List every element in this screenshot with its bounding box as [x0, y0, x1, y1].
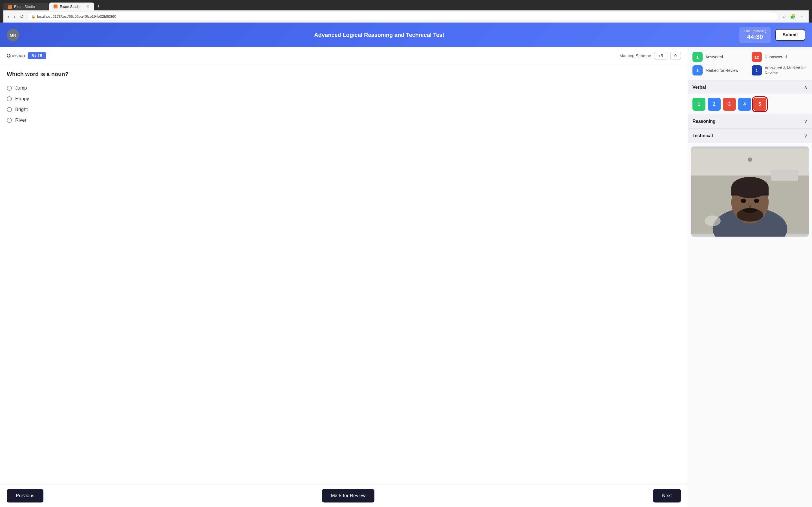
next-button[interactable]: Next: [653, 489, 681, 503]
radio-river[interactable]: [7, 118, 12, 123]
browser-tab-1[interactable]: Exam Studio: [3, 3, 49, 10]
address-text: localhost:5173/test/66c59ea40fce194e32b8…: [37, 14, 116, 18]
mark-negative: 0: [670, 52, 681, 59]
legend-label-unanswered: Unanswered: [765, 54, 787, 59]
submit-button[interactable]: Submit: [775, 29, 805, 41]
svg-point-14: [705, 216, 721, 226]
lock-icon: 🔒: [31, 15, 36, 18]
browser-actions: ☆ 🧩 ⋮: [781, 13, 805, 20]
time-label: Time Remaining: [744, 29, 766, 33]
mark-for-review-button[interactable]: Mark for Review: [322, 489, 375, 503]
question-badge: 5 / 15: [28, 52, 46, 59]
tab-label-1: Exam Studio: [14, 4, 35, 9]
exam-title: Advanced Logical Reasoning and Technical…: [19, 32, 739, 38]
browser-addressbar: ‹ › ↺ 🔒 localhost:5173/test/66c59ea40fce…: [3, 10, 809, 22]
option-jump[interactable]: Jump: [7, 86, 681, 91]
legend-label-answered-marked: Answered & Marked for Review: [765, 65, 808, 75]
svg-point-10: [741, 199, 746, 203]
extension-icon[interactable]: 🧩: [789, 13, 797, 20]
legend-badge-marked: 1: [693, 65, 703, 75]
section-verbal-title: Verbal: [693, 85, 706, 90]
webcam-svg: [691, 147, 809, 237]
time-value: 44:30: [744, 33, 766, 41]
section-verbal: Verbal ∧ 1 2 3 4 5: [688, 80, 812, 114]
legend-marked: 1 Marked for Review: [693, 65, 748, 75]
refresh-button[interactable]: ↺: [19, 13, 25, 20]
q-num-3[interactable]: 3: [723, 98, 736, 111]
forward-button[interactable]: ›: [13, 13, 16, 20]
tab-label-2: Exam Studio: [60, 4, 81, 9]
sidebar: 1 Answered 12 Unanswered 1 Marked for Re…: [688, 47, 812, 507]
section-reasoning-header[interactable]: Reasoning ∨: [688, 114, 812, 128]
q-num-4[interactable]: 4: [738, 98, 751, 111]
section-reasoning: Reasoning ∨: [688, 114, 812, 129]
webcam-feed: [691, 147, 809, 237]
webcam-container: [691, 147, 809, 237]
avatar: MR: [7, 29, 19, 41]
bookmark-icon[interactable]: ☆: [781, 13, 787, 20]
legend-label-marked: Marked for Review: [705, 68, 739, 73]
svg-rect-9: [731, 187, 769, 195]
option-happy[interactable]: Happy: [7, 96, 681, 102]
legend: 1 Answered 12 Unanswered 1 Marked for Re…: [688, 47, 812, 80]
legend-badge-answered-marked: 1: [752, 65, 762, 75]
marking-scheme-label: Marking Scheme: [619, 53, 651, 58]
question-footer: Previous Mark for Review Next: [0, 484, 688, 507]
chevron-down-icon-reasoning: ∨: [804, 118, 808, 124]
time-remaining-box: Time Remaining 44:30: [739, 27, 771, 43]
question-panel: Question 5 / 15 Marking Scheme +5 0 Whic…: [0, 47, 688, 507]
legend-answered-marked: 1 Answered & Marked for Review: [752, 65, 808, 75]
browser-chrome: Exam Studio Exam Studio ✕ + ‹ › ↺ 🔒 loca…: [0, 0, 812, 22]
option-river[interactable]: River: [7, 117, 681, 123]
svg-point-13: [743, 208, 758, 212]
option-text-jump: Jump: [15, 86, 27, 91]
question-header: Question 5 / 15 Marking Scheme +5 0: [0, 47, 688, 64]
section-technical-title: Technical: [693, 133, 713, 138]
options-list: Jump Happy Bright River: [7, 86, 681, 123]
browser-tabs: Exam Studio Exam Studio ✕ +: [3, 2, 809, 10]
app: MR Advanced Logical Reasoning and Techni…: [0, 22, 812, 507]
tab-favicon-2: [54, 4, 57, 8]
browser-tab-2[interactable]: Exam Studio ✕: [49, 3, 94, 10]
radio-bright[interactable]: [7, 107, 12, 112]
question-content: Which word is a noun? Jump Happy Bright: [0, 64, 688, 484]
legend-answered: 1 Answered: [693, 52, 748, 62]
option-text-happy: Happy: [15, 96, 29, 102]
close-icon[interactable]: ✕: [86, 4, 90, 9]
menu-icon[interactable]: ⋮: [799, 13, 805, 20]
new-tab-button[interactable]: +: [95, 2, 102, 10]
mark-positive: +5: [654, 52, 667, 59]
radio-jump[interactable]: [7, 86, 12, 91]
legend-label-answered: Answered: [705, 54, 723, 59]
legend-unanswered: 12 Unanswered: [752, 52, 808, 62]
marking-scheme: Marking Scheme +5 0: [619, 52, 681, 59]
back-button[interactable]: ‹: [7, 13, 10, 20]
question-text: Which word is a noun?: [7, 71, 681, 77]
option-text-river: River: [15, 117, 27, 123]
section-reasoning-title: Reasoning: [693, 119, 716, 124]
address-bar[interactable]: 🔒 localhost:5173/test/66c59ea40fce194e32…: [27, 13, 779, 20]
main-content: Question 5 / 15 Marking Scheme +5 0 Whic…: [0, 47, 812, 507]
tab-favicon-1: [8, 5, 12, 9]
header: MR Advanced Logical Reasoning and Techni…: [0, 22, 812, 47]
header-right: Time Remaining 44:30 Submit: [739, 27, 805, 43]
question-label: Question 5 / 15: [7, 52, 46, 59]
option-bright[interactable]: Bright: [7, 107, 681, 112]
q-num-2[interactable]: 2: [708, 98, 721, 111]
svg-point-2: [748, 158, 752, 162]
section-technical-header[interactable]: Technical ∨: [688, 129, 812, 143]
svg-point-11: [754, 199, 759, 203]
svg-rect-4: [771, 170, 798, 181]
chevron-up-icon: ∧: [804, 84, 808, 91]
q-num-5[interactable]: 5: [753, 98, 766, 111]
verbal-question-numbers: 1 2 3 4 5: [693, 98, 808, 111]
section-verbal-body: 1 2 3 4 5: [688, 94, 812, 114]
previous-button[interactable]: Previous: [7, 489, 43, 503]
legend-badge-unanswered: 12: [752, 52, 762, 62]
radio-happy[interactable]: [7, 96, 12, 101]
option-text-bright: Bright: [15, 107, 28, 112]
question-label-text: Question: [7, 53, 25, 58]
q-num-1[interactable]: 1: [693, 98, 705, 111]
chevron-down-icon-technical: ∨: [804, 133, 808, 139]
section-verbal-header[interactable]: Verbal ∧: [688, 80, 812, 94]
